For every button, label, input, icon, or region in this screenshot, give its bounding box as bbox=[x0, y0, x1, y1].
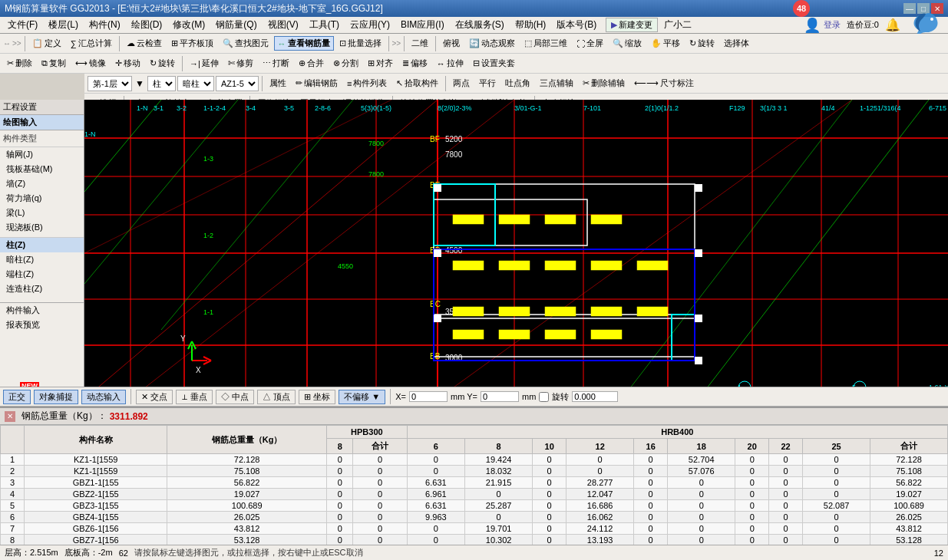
rotate-modify-button[interactable]: ↻旋转 bbox=[146, 56, 179, 71]
menu-help[interactable]: 帮助(H) bbox=[510, 18, 551, 32]
sidebar-beam[interactable]: 梁(L) bbox=[0, 206, 84, 220]
find-element-button[interactable]: 🔍查找图元 bbox=[219, 36, 273, 51]
2d-button[interactable]: 二维 bbox=[408, 36, 432, 51]
table-row[interactable]: 6 GBZ4-1[155 26.025 0 0 9.963 0 0 16.062… bbox=[1, 512, 948, 523]
menu-cloud[interactable]: 云应用(Y) bbox=[345, 18, 395, 32]
zoom-button[interactable]: 🔍缩放 bbox=[609, 36, 646, 51]
dynamic-input-button[interactable]: 动态输入 bbox=[81, 390, 126, 404]
split-button[interactable]: ⊗分割 bbox=[329, 56, 362, 71]
midpoint-button[interactable]: ◇ 中点 bbox=[216, 390, 254, 404]
x-input[interactable] bbox=[409, 391, 448, 402]
sidebar-wall[interactable]: 墙(Z) bbox=[0, 176, 84, 191]
menu-online[interactable]: 在线服务(S) bbox=[451, 18, 509, 32]
batch-select-button[interactable]: ⊡批量选择 bbox=[335, 36, 385, 51]
move-button[interactable]: ✛移动 bbox=[111, 56, 144, 71]
table-row[interactable]: 1 KZ1-1[1559 72.128 0 0 0 19.424 0 0 0 5… bbox=[1, 454, 948, 466]
align-button[interactable]: ⊞对齐 bbox=[364, 56, 397, 71]
type-select[interactable]: 柱 bbox=[147, 76, 176, 91]
define-button[interactable]: 📋定义 bbox=[28, 36, 65, 51]
intersection-button[interactable]: ✕ 交点 bbox=[136, 390, 173, 404]
new-change-button[interactable]: ▶ 新建变更 bbox=[606, 18, 658, 32]
two-point-button[interactable]: 两点 bbox=[449, 76, 474, 91]
sidebar-dark-column[interactable]: 暗柱(Z) bbox=[0, 252, 84, 267]
menu-tools[interactable]: 工具(T) bbox=[305, 18, 344, 32]
select-body-button[interactable]: 选择体 bbox=[720, 36, 753, 51]
sidebar-axis[interactable]: 轴网(J) bbox=[0, 147, 84, 162]
three-point-axis-button[interactable]: 三点辅轴 bbox=[536, 76, 577, 91]
local-3d-button[interactable]: ⬚局部三维 bbox=[520, 36, 571, 51]
floor-select[interactable]: 第-1层 bbox=[88, 76, 132, 91]
menu-draw[interactable]: 绘图(D) bbox=[127, 18, 167, 32]
perpendicular-button[interactable]: ⊥ 垂点 bbox=[176, 390, 213, 404]
mirror-button[interactable]: ⟷镜像 bbox=[71, 56, 110, 71]
y-input[interactable] bbox=[481, 391, 519, 402]
table-row[interactable]: 4 GBZ2-1[155 19.027 0 0 6.961 0 0 12.047… bbox=[1, 489, 948, 500]
set-sleeve-button[interactable]: ⊟设置夹套 bbox=[469, 56, 519, 71]
object-snap-button[interactable]: 对象捕捉 bbox=[34, 390, 78, 404]
cell-num: 5 bbox=[1, 500, 25, 512]
sidebar-report-preview[interactable]: 报表预览 bbox=[0, 318, 84, 332]
menu-steel[interactable]: 钢筋量(Q) bbox=[211, 18, 261, 32]
cloud-check-button[interactable]: ☁云检查 bbox=[123, 36, 166, 51]
parallel-button[interactable]: 平行 bbox=[475, 76, 500, 91]
top-view-button[interactable]: 俯视 bbox=[439, 36, 464, 51]
cad-canvas[interactable]: 1-N 3-1 3-2 1-1-2-4 3-4 3-5 2-8-6 5(3)0(… bbox=[84, 100, 948, 399]
vertex-button[interactable]: △ 顶点 bbox=[257, 390, 296, 404]
property-button[interactable]: 属性 bbox=[266, 76, 290, 91]
menu-view[interactable]: 视图(V) bbox=[263, 18, 303, 32]
edit-rebar-button[interactable]: ✏编辑钢筋 bbox=[292, 76, 342, 91]
menu-bim[interactable]: BIM应用(I) bbox=[396, 18, 449, 32]
delete-button[interactable]: ✂删除 bbox=[3, 56, 36, 71]
table-row[interactable]: 5 GBZ3-1[155 100.689 0 0 6.631 25.287 0 … bbox=[1, 500, 948, 512]
menu-file[interactable]: 文件(F) bbox=[3, 18, 42, 32]
break-button[interactable]: ⋯打断 bbox=[259, 56, 293, 71]
menu-modify[interactable]: 修改(M) bbox=[168, 18, 210, 32]
login-label[interactable]: 登录 bbox=[824, 19, 841, 31]
menu-component[interactable]: 构件(N) bbox=[84, 18, 125, 32]
drawing-input-item[interactable]: 绘图输入 bbox=[0, 115, 84, 130]
sidebar-load-wall[interactable]: 荷力墙(q) bbox=[0, 191, 84, 206]
menu-floor[interactable]: 楼层(L) bbox=[44, 18, 83, 32]
trim-button[interactable]: ✄修剪 bbox=[224, 56, 257, 71]
view-rebar-button[interactable]: ↔查看钢筋量 bbox=[274, 36, 334, 51]
sidebar-tie-column[interactable]: 连造柱(Z) bbox=[0, 282, 84, 296]
fullscreen-button[interactable]: ⛶全屏 bbox=[573, 36, 607, 51]
cell-hrb18: 0 bbox=[668, 489, 735, 500]
pan-button[interactable]: ✋平移 bbox=[647, 36, 684, 51]
dimension-button[interactable]: ⟵⟶尺寸标注 bbox=[630, 76, 698, 91]
panel-close-button[interactable]: ✕ bbox=[5, 411, 15, 422]
sidebar-raft[interactable]: 筏板基础(M) bbox=[0, 162, 84, 176]
level-board-button[interactable]: ⊞平齐板顶 bbox=[167, 36, 217, 51]
delete-axis-button[interactable]: ✂删除辅轴 bbox=[579, 76, 629, 91]
sidebar-end-column[interactable]: 端柱(Z) bbox=[0, 267, 84, 282]
menu-version[interactable]: 版本号(B) bbox=[552, 18, 601, 32]
subtype-select[interactable]: 暗柱 bbox=[177, 76, 214, 91]
rotate-check[interactable] bbox=[539, 392, 549, 402]
table-row[interactable]: 7 GBZ6-1[156 43.812 0 0 0 19.701 0 24.11… bbox=[1, 523, 948, 535]
pick-component-button[interactable]: ↖拾取构件 bbox=[392, 76, 442, 91]
no-offset-button[interactable]: 不偏移 ▼ bbox=[339, 390, 385, 404]
guang-button[interactable]: 广小二 bbox=[659, 18, 696, 32]
rotate-button[interactable]: ↻旋转 bbox=[685, 36, 718, 51]
dynamic-observe-button[interactable]: 🔄动态观察 bbox=[465, 36, 519, 51]
svg-rect-80 bbox=[591, 307, 622, 316]
extend-button[interactable]: →|延伸 bbox=[186, 56, 223, 71]
project-settings-item[interactable]: 工程设置 bbox=[0, 100, 84, 115]
sidebar-component-input[interactable]: 构件输入 bbox=[0, 303, 84, 318]
component-list-button[interactable]: ≡构件列表 bbox=[343, 76, 391, 91]
copy-button[interactable]: ⧉复制 bbox=[38, 56, 70, 71]
sidebar-column[interactable]: 柱(Z) bbox=[0, 238, 84, 252]
merge-button[interactable]: ⊕合并 bbox=[295, 56, 328, 71]
angle-button[interactable]: 吐点角 bbox=[501, 76, 534, 91]
summary-button[interactable]: ∑汇总计算 bbox=[67, 36, 116, 51]
offset-button[interactable]: ≣偏移 bbox=[398, 56, 431, 71]
name-select[interactable]: AZ1-5 bbox=[216, 76, 259, 91]
sidebar-slab[interactable]: 现浇板(B) bbox=[0, 220, 84, 235]
coordinate-button[interactable]: ⊞ 坐标 bbox=[299, 390, 335, 404]
table-row[interactable]: 2 KZ1-1[1559 75.108 0 0 0 18.032 0 0 0 5… bbox=[1, 466, 948, 477]
data-table-wrapper[interactable]: 构件名称 钢筋总重量（Kg） HPB300 HRB400 8 合计 6 8 10… bbox=[0, 425, 948, 552]
stretch-button[interactable]: ↔拉伸 bbox=[433, 56, 467, 71]
orthogonal-button[interactable]: 正交 bbox=[3, 390, 31, 404]
table-row[interactable]: 3 GBZ1-1[155 56.822 0 0 6.631 21.915 0 2… bbox=[1, 477, 948, 489]
rotate-input[interactable] bbox=[572, 391, 618, 402]
